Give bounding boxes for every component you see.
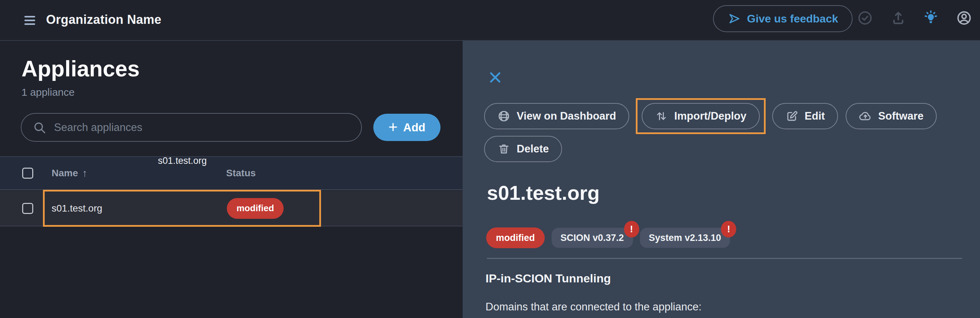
edit-button[interactable]: Edit	[772, 103, 838, 129]
search-icon	[33, 121, 46, 134]
alert-badge: !	[721, 221, 736, 237]
import-deploy-icon	[655, 109, 668, 123]
account-icon[interactable]	[955, 9, 973, 27]
import-deploy-highlight-rectangle: Import/Deploy	[636, 98, 765, 134]
org-name-title: Organization Name	[46, 13, 161, 27]
column-header-name[interactable]: Name ↑	[52, 167, 87, 179]
divider	[487, 258, 962, 259]
give-feedback-label: Give us feedback	[747, 13, 838, 25]
drawer-action-buttons: View on Dashboard Import/Deploy Edit	[484, 103, 941, 162]
plus-icon: +	[388, 119, 398, 135]
delete-button[interactable]: Delete	[484, 136, 562, 162]
give-feedback-button[interactable]: Give us feedback	[713, 5, 853, 32]
app-root: Organization Name Give us feedback	[0, 0, 980, 318]
tunneling-section-heading: IP-in-SCION Tunneling	[485, 272, 611, 285]
drag-preview-label: s01.test.org	[158, 155, 207, 166]
appliances-table-header: Name ↑ Status	[0, 156, 463, 190]
globe-icon	[497, 109, 511, 123]
delete-icon	[497, 142, 511, 155]
software-icon	[859, 109, 872, 123]
badge-row: modified SCION v0.37.2 ! System v2.13.10…	[486, 228, 730, 248]
status-badge: modified	[227, 198, 283, 219]
search-appliances-box[interactable]	[21, 113, 362, 142]
appliance-detail-drawer: View on Dashboard Import/Deploy Edit	[463, 41, 980, 318]
sort-asc-icon: ↑	[82, 167, 87, 179]
page-title: Appliances	[21, 56, 140, 82]
send-icon	[727, 12, 741, 25]
edit-icon	[785, 109, 799, 123]
appliance-title: s01.test.org	[487, 181, 600, 204]
system-version-chip: System v2.13.10 !	[640, 228, 730, 248]
upload-icon[interactable]	[889, 9, 907, 27]
scion-version-chip: SCION v0.37.2 !	[552, 228, 633, 248]
select-all-checkbox[interactable]	[22, 168, 33, 179]
check-circle-icon[interactable]	[856, 9, 874, 27]
search-input[interactable]	[54, 121, 350, 134]
appliance-name-cell: s01.test.org	[52, 203, 102, 214]
alert-badge: !	[624, 221, 639, 237]
row-checkbox[interactable]	[22, 203, 33, 214]
close-icon[interactable]	[487, 69, 503, 86]
view-on-dashboard-button[interactable]: View on Dashboard	[484, 103, 629, 129]
import-deploy-button[interactable]: Import/Deploy	[642, 103, 759, 129]
add-button-label: Add	[403, 121, 425, 134]
appliance-count: 1 appliance	[21, 86, 75, 98]
tunneling-section-body: Domains that are connected to the applia…	[485, 301, 702, 313]
lightbulb-icon[interactable]	[922, 9, 940, 27]
add-appliance-button[interactable]: + Add	[373, 114, 441, 141]
column-header-status[interactable]: Status	[226, 168, 256, 179]
menu-icon[interactable]	[21, 12, 39, 29]
software-button[interactable]: Software	[846, 103, 937, 129]
top-header: Organization Name Give us feedback	[0, 0, 980, 41]
appliance-row[interactable]: s01.test.org modified	[0, 191, 463, 226]
modified-badge: modified	[486, 228, 545, 248]
